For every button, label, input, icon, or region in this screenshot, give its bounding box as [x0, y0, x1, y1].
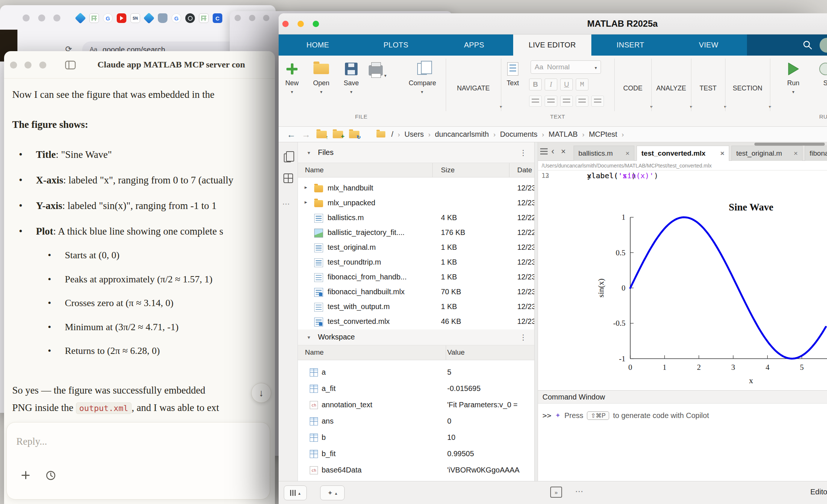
new-folder-icon[interactable] [333, 131, 343, 138]
forward-arrow-icon[interactable] [302, 129, 310, 140]
ribbon-tab[interactable]: VIEW [670, 34, 748, 56]
zoom-button[interactable] [39, 62, 46, 69]
back-arrow-icon[interactable] [287, 129, 296, 140]
favicon[interactable] [213, 13, 222, 23]
favicon[interactable] [103, 13, 113, 23]
file-row[interactable]: mlx_unpacked 12/23 [298, 196, 534, 211]
close-button[interactable] [235, 15, 241, 21]
print-dropdown-caret-icon[interactable] [384, 72, 386, 79]
chevron-right-icon[interactable] [622, 130, 624, 139]
up-folder-icon[interactable] [316, 131, 327, 138]
favicon[interactable] [117, 13, 126, 23]
format-button[interactable]: B [529, 79, 542, 90]
favicon[interactable] [89, 13, 99, 23]
document-tab[interactable]: ballistics.m [574, 146, 634, 161]
workspace-row[interactable]: base64Data 'iVBORw0KGgoAAAA [298, 462, 534, 479]
format-button[interactable]: I [545, 79, 557, 90]
layout-grid-icon[interactable] [283, 173, 293, 183]
file-row[interactable]: mlx_handbuilt 12/23 [298, 181, 534, 196]
numbered-list-icon[interactable] [545, 96, 557, 107]
favicon[interactable] [143, 13, 155, 24]
file-row[interactable]: fibonacci_from_handb... 1 KB 12/23 [298, 270, 534, 285]
close-button[interactable] [10, 62, 17, 69]
new-button[interactable]: New [279, 59, 305, 95]
workspace-row[interactable]: a_fit -0.015695 [298, 381, 534, 397]
run-button[interactable]: Run [780, 59, 807, 95]
save-button[interactable]: Save [338, 59, 365, 95]
document-tab[interactable]: test_original.m [731, 146, 803, 161]
text-button[interactable]: Text [499, 59, 526, 87]
refresh-folder-icon[interactable] [349, 131, 359, 138]
code-dropdown[interactable]: CODE [614, 56, 651, 115]
favicon[interactable] [185, 13, 195, 23]
text-style-dropdown[interactable]: Aa Normal [531, 60, 601, 74]
zoom-button[interactable] [263, 15, 269, 21]
column-date[interactable]: Date [517, 166, 532, 174]
navigate-dropdown[interactable]: NAVIGATE [446, 56, 501, 115]
file-row[interactable]: test_roundtrip.m 1 KB 12/23 [298, 255, 534, 270]
zoom-button[interactable] [53, 14, 60, 21]
tab-close-icon[interactable] [716, 149, 724, 158]
document-list-icon[interactable] [540, 148, 548, 155]
command-window-header[interactable]: Command Window [538, 390, 827, 404]
workspace-row[interactable]: ans 0 [298, 414, 534, 430]
collapse-caret-icon[interactable] [308, 334, 310, 340]
format-button[interactable]: U [560, 79, 573, 90]
ai-panel-toggle-button[interactable] [320, 485, 345, 500]
expander-icon[interactable] [305, 199, 310, 205]
ribbon-tab[interactable]: APPS [435, 34, 513, 56]
image-icon[interactable] [576, 96, 588, 107]
link-icon[interactable] [560, 96, 573, 107]
file-row[interactable]: ballistics.m 4 KB 12/22 [298, 211, 534, 226]
command-window[interactable]: >> Press ⇧⌘P to generate code with Copil… [538, 404, 827, 481]
collapse-caret-icon[interactable] [308, 150, 310, 156]
document-tab[interactable]: fibonacc [805, 146, 827, 161]
more-options-icon[interactable] [282, 199, 290, 208]
breadcrumb-item[interactable]: Documents [500, 130, 537, 139]
open-button[interactable]: Open [308, 59, 335, 95]
tab-close-icon[interactable] [789, 149, 798, 158]
breadcrumb-item[interactable]: MATLAB [549, 130, 578, 139]
zoom-button[interactable] [313, 21, 319, 27]
bullet-list-icon[interactable] [529, 96, 542, 107]
workspace-row[interactable]: a 5 [298, 365, 534, 381]
minimize-button[interactable] [38, 14, 45, 21]
search-icon[interactable] [803, 40, 813, 52]
analyze-dropdown[interactable]: ANALYZE [651, 56, 691, 115]
history-clock-icon[interactable] [46, 470, 56, 482]
file-row[interactable]: test_with_output.m 1 KB 12/23 [298, 300, 534, 315]
ribbon-tab[interactable]: INSERT [591, 34, 670, 56]
column-value[interactable]: Value [447, 348, 465, 357]
breadcrumb-root[interactable]: / [391, 130, 393, 139]
reply-composer[interactable] [6, 422, 270, 500]
chevron-left-icon[interactable] [551, 148, 554, 156]
column-name[interactable]: Name [305, 348, 324, 357]
file-row[interactable]: ballistic_trajectory_fit.... 176 KB 12/2… [298, 226, 534, 241]
format-button[interactable]: M [576, 79, 588, 90]
breadcrumb-item[interactable]: duncancarlsmith [435, 130, 489, 139]
ribbon-tab[interactable]: HOME [279, 34, 357, 56]
breadcrumb-item[interactable]: MCPtest [589, 130, 617, 139]
workspace-row[interactable]: annotation_text 'Fit Parameters:v_0 = [298, 397, 534, 414]
kebab-menu-icon[interactable] [519, 148, 527, 157]
more-options-icon[interactable] [575, 487, 583, 496]
file-row[interactable]: test_original.m 1 KB 12/23 [298, 241, 534, 255]
file-row[interactable]: fibonacci_handbuilt.mlx 70 KB 12/23 [298, 285, 534, 300]
ribbon-tab[interactable]: PLOTS [357, 34, 435, 56]
code-line[interactable]: 13 ylabel('sin(x)') [538, 170, 827, 181]
favicon[interactable] [199, 13, 209, 23]
document-tab[interactable]: test_converted.mlx [637, 146, 729, 161]
scroll-to-bottom-button[interactable]: ↓ [251, 383, 271, 403]
column-divider[interactable] [446, 345, 446, 360]
ribbon-tab[interactable]: LIVE EDITOR [513, 34, 591, 56]
column-name[interactable]: Name [305, 166, 324, 174]
minimize-button[interactable] [24, 62, 31, 69]
minimize-button[interactable] [298, 21, 304, 27]
workspace-row[interactable]: b 10 [298, 430, 534, 446]
section-dropdown[interactable]: SECTION [725, 56, 770, 115]
profile-avatar[interactable] [820, 38, 827, 53]
reply-input[interactable] [16, 436, 246, 447]
favicon[interactable] [130, 13, 140, 23]
favicon[interactable] [172, 13, 181, 23]
tab-scrollbar-thumb[interactable] [754, 143, 825, 146]
